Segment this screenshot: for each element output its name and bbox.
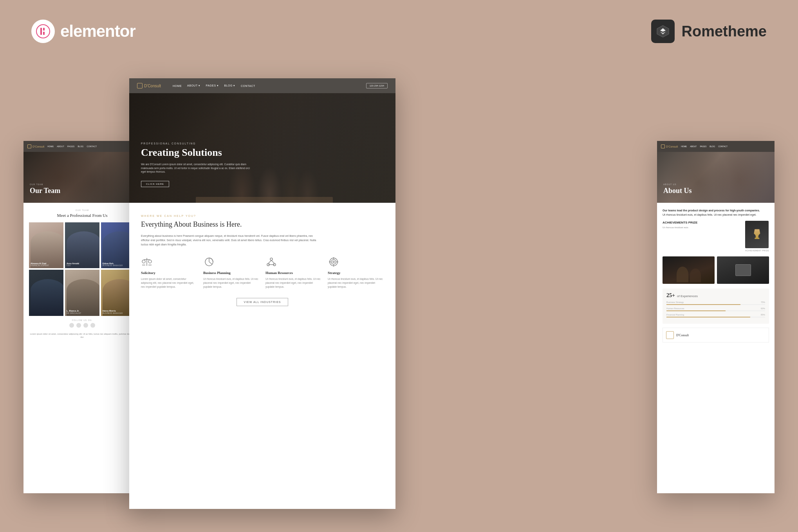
services-subtitle: WHERE WE CAN HELP YOU? [141, 215, 384, 217]
person-figure-4 [31, 279, 63, 316]
right-image-row [663, 256, 769, 284]
team-photo-1: Alnoera Al Ziad FINANCIAL EXPERT [29, 222, 63, 268]
right-nav-contact: CONTACT [718, 145, 728, 148]
left-meet-title: Meet a Professional From Us [29, 213, 135, 218]
left-hero-content: OUR TEAM Our Team [30, 183, 60, 195]
right-image-desk [717, 256, 769, 284]
right-brand: D'Consult [666, 145, 678, 148]
left-nav-logo: D'Consult [27, 144, 44, 148]
left-nav-blog: BLOG [78, 145, 83, 148]
svg-line-17 [268, 260, 271, 263]
left-hero-figures [23, 152, 141, 203]
left-meet-label: OUR TEAM [29, 209, 135, 211]
award-text: ACHIEVEMENTS PRIZE Ut rhoncus tincidunt … [663, 221, 741, 229]
left-nav-pages: PAGES [67, 145, 74, 148]
bar-row-1: Business Strategy 75% [666, 301, 765, 305]
service-planning: Business Planning Ut rhoncus tincidunt e… [203, 256, 259, 289]
social-twitter [76, 323, 81, 328]
hero-cta-button[interactable]: CLICK HERE [141, 181, 169, 187]
trophy-icon [753, 229, 761, 240]
hero-title: Creating Solutions [141, 147, 251, 159]
left-brand: D'Consult [32, 145, 44, 148]
left-nav-home: HOME [47, 145, 54, 148]
service-desc-4: Ut rhoncus tincidunt euis, et dapibus fe… [328, 277, 384, 289]
bar-fill-1 [666, 304, 740, 305]
bar-fill-2 [666, 310, 726, 311]
team-member-5: L. Bianca Jr. HR SPECIALIST [65, 270, 99, 316]
service-solicitory: Solicitory Lorem ipsum dolor sit amet, c… [141, 256, 197, 289]
right-nav-home: HOME [681, 145, 687, 148]
right-nav-blog: BLOG [710, 145, 715, 148]
services-grid: Solicitory Lorem ipsum dolor sit amet, c… [141, 256, 384, 289]
left-footer-text: Lorem ipsum dolor sit amet, consectetur … [29, 332, 135, 339]
service-hr: Human Resources Ut rhoncus tincidunt eui… [265, 256, 321, 289]
main-nav-about: ABOUT ▾ [187, 84, 200, 87]
social-facebook [69, 323, 74, 328]
main-services: WHERE WE CAN HELP YOU? Everything About … [129, 203, 395, 314]
bar-name-1: Business Strategy [666, 301, 684, 303]
team-member-role-1: FINANCIAL EXPERT [31, 265, 49, 267]
team-member-name-6: Henry Morris [103, 310, 123, 312]
team-member-name-1: Alnoera Al Ziad [31, 262, 49, 265]
team-member-4 [29, 270, 63, 316]
award-image [745, 221, 769, 248]
left-nav-links: HOME ABOUT PAGES BLOG CONTACT [47, 145, 137, 148]
elementor-logo: elementor [31, 20, 135, 43]
service-name-2: Business Planning [203, 271, 259, 275]
team-member-name-3: Edran Reh. [103, 262, 123, 265]
right-nav-links: HOME ABOUT PAGES BLOG CONTACT [681, 145, 771, 148]
service-name-1: Solicitory [141, 271, 197, 275]
team-member-role-2: CEO [67, 265, 79, 267]
bar-track-2 [666, 310, 765, 311]
svg-point-7 [142, 260, 145, 263]
svg-rect-1 [40, 28, 42, 35]
right-hero-figures [657, 152, 775, 203]
award-desc: Ut rhoncus tincidunt euis [663, 226, 741, 229]
svg-point-8 [148, 260, 152, 263]
svg-point-22 [333, 261, 334, 263]
bar-track-3 [666, 317, 765, 317]
service-desc-2: Ut rhoncus tincidunt euis, et dapibus fe… [203, 277, 259, 289]
right-nav-about: ABOUT [690, 145, 697, 148]
left-nav-about: ABOUT [57, 145, 64, 148]
right-hero-content: ABOUT US About Us [663, 183, 692, 195]
experiences-label: of Experiences [677, 294, 698, 298]
right-nav: D'Consult HOME ABOUT PAGES BLOG CONTACT [657, 141, 775, 152]
hero-subtitle: PROFESSIONAL CONSULTING [141, 142, 251, 145]
rometheme-icon [651, 20, 675, 43]
right-nav-logo: D'Consult [661, 144, 678, 148]
right-image-people [663, 256, 715, 284]
left-body: OUR TEAM Meet a Professional From Us Aln… [23, 203, 141, 345]
main-nav-home: HOME [173, 85, 182, 87]
left-nav-contact: CONTACT [87, 145, 97, 148]
top-bar: elementor Rometheme [0, 0, 798, 63]
team-member-2: Arno Arnold CEO [65, 222, 99, 268]
main-hero-content: PROFESSIONAL CONSULTING Creating Solutio… [141, 142, 251, 187]
team-member-role-6: BUSINESS MANAGER [103, 312, 123, 314]
bar-val-2: 60% [761, 307, 765, 310]
main-phone-btn[interactable]: 123-234-1234 [366, 83, 388, 88]
right-experiences-card: 25+ of Experiences Business Strategy 75%… [663, 289, 769, 324]
view-all-button[interactable]: VIEW ALL INDUSTRIES [237, 298, 289, 306]
left-hero: OUR TEAM Our Team [23, 152, 141, 203]
dconsult-badge: D'Consult [663, 328, 769, 343]
bar-row-2: Human Resources 60% [666, 307, 765, 311]
main-screenshot: D'Consult HOME ABOUT ▾ PAGES ▾ BLOG ▾ CO… [129, 78, 395, 509]
right-hero: ABOUT US About Us [657, 152, 775, 203]
svg-point-0 [36, 25, 50, 38]
bar-val-1: 75% [761, 301, 765, 303]
right-about-title: About Us [663, 187, 692, 195]
team-photo-5: L. Bianca Jr. HR SPECIALIST [65, 270, 99, 316]
service-name-3: Human Resources [265, 271, 321, 275]
bar-label-3: Financial Planning 85% [666, 314, 765, 316]
main-brand: D'Consult [144, 84, 161, 88]
main-nav-contact: CONTACT [241, 85, 255, 87]
main-hero: PROFESSIONAL CONSULTING Creating Solutio… [129, 93, 395, 203]
social-instagram [83, 323, 88, 328]
dconsult-badge-icon [666, 331, 674, 339]
right-nav-pages: PAGES [700, 145, 706, 148]
bar-row-3: Financial Planning 85% [666, 314, 765, 317]
main-nav-pages: PAGES ▾ [206, 84, 218, 87]
follow-label: FOLLOW US ON: [29, 319, 135, 321]
svg-rect-2 [43, 28, 45, 31]
